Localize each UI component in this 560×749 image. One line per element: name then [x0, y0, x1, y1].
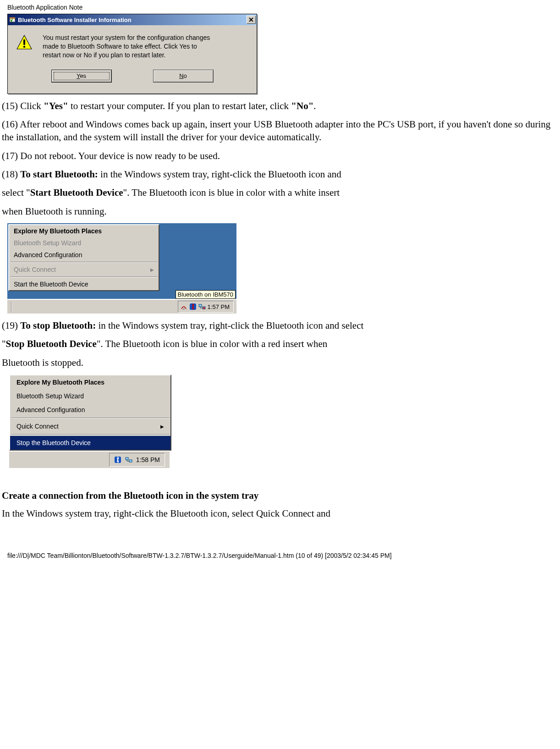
context-menu-figure-2: Explore My Bluetooth Places Bluetooth Se… — [9, 374, 560, 468]
svg-rect-1 — [10, 17, 15, 19]
step-18-line1: (18) To start Bluetooth: in the Windows … — [2, 168, 560, 181]
titlebar-text: Bluetooth Software Installer Information — [18, 17, 247, 23]
dialog-body: You must restart your system for the con… — [8, 25, 257, 67]
submenu-arrow-icon: ▶ — [150, 267, 154, 272]
system-tray: 1:58 PM — [109, 453, 165, 467]
context-menu-figure-1: Explore My Bluetooth Places Bluetooth Se… — [7, 223, 560, 314]
network-icon[interactable] — [198, 303, 206, 310]
warning-icon — [16, 34, 33, 51]
menu-separator — [11, 418, 170, 419]
menu-separator — [11, 434, 170, 435]
tray-clock: 1:57 PM — [208, 303, 230, 310]
menu-stop-device[interactable]: Stop the Bluetooth Device — [10, 436, 170, 450]
step-19-line3: Bluetooth is stopped. — [2, 356, 560, 369]
menu-quick-connect[interactable]: Quick Connect ▶ — [10, 419, 170, 433]
taskbar: 1:58 PM — [9, 451, 170, 468]
irda-icon[interactable] — [180, 303, 187, 310]
step-15: (15) Click "Yes" to restart your compute… — [2, 99, 560, 112]
tray-clock: 1:58 PM — [136, 456, 160, 463]
yes-button[interactable]: Yes — [51, 70, 112, 83]
svg-rect-11 — [129, 460, 132, 462]
menu-setup-wizard: Bluetooth Setup Wizard — [9, 237, 159, 249]
no-button[interactable]: No — [153, 70, 214, 83]
menu-separator — [10, 276, 158, 277]
dialog-figure: Bluetooth Software Installer Information… — [7, 14, 257, 94]
step-19-line1: (19) To stop Bluetooth: in the Windows s… — [2, 319, 560, 332]
menu-setup-wizard[interactable]: Bluetooth Setup Wizard — [10, 389, 170, 403]
page-footer: file:///D|/MDC Team/Billionton/Bluetooth… — [7, 552, 560, 559]
bluetooth-tray-icon[interactable] — [189, 303, 197, 310]
bluetooth-context-menu-2: Explore My Bluetooth Places Bluetooth Se… — [9, 374, 171, 451]
svg-rect-5 — [183, 308, 185, 309]
titlebar: Bluetooth Software Installer Information — [8, 14, 257, 25]
step-17: (17) Do not reboot. Your device is now r… — [2, 149, 560, 162]
svg-rect-10 — [126, 457, 128, 460]
svg-rect-7 — [199, 304, 202, 307]
svg-rect-3 — [23, 39, 25, 45]
dialog-message: You must restart your system for the con… — [43, 33, 217, 60]
menu-explore-places[interactable]: Explore My Bluetooth Places — [9, 225, 159, 237]
menu-explore-places[interactable]: Explore My Bluetooth Places — [10, 375, 170, 389]
network-icon[interactable] — [125, 456, 132, 463]
menu-quick-connect: Quick Connect ▶ — [9, 264, 159, 275]
bluetooth-tray-icon[interactable] — [114, 456, 121, 463]
section-para: In the Windows system tray, right-click … — [2, 507, 560, 520]
bluetooth-context-menu: Explore My Bluetooth Places Bluetooth Se… — [8, 224, 159, 291]
step-18-line2: select "Start Bluetooth Device". The Blu… — [2, 186, 560, 199]
svg-point-4 — [23, 46, 25, 48]
dialog-window: Bluetooth Software Installer Information… — [7, 14, 257, 94]
step-18-line3: when Bluetooth is running. — [2, 205, 560, 218]
menu-advanced-config[interactable]: Advanced Configuration — [9, 249, 159, 261]
menu-start-device[interactable]: Start the Bluetooth Device — [9, 278, 159, 290]
page-header: Bluetooth Application Note — [7, 4, 560, 11]
step-16: (16) After reboot and Windows comes back… — [2, 118, 560, 144]
installer-icon — [9, 16, 16, 23]
system-tray: 1:57 PM — [178, 301, 234, 313]
taskbar: 1:57 PM — [7, 299, 236, 314]
step-19-line2: "Stop Bluetooth Device". The Bluetooth i… — [2, 337, 560, 350]
tray-tooltip: Bluetooth on IBM570 — [176, 290, 236, 299]
close-button[interactable] — [247, 16, 256, 24]
menu-separator — [10, 262, 158, 263]
section-heading: Create a connection from the Bluetooth i… — [2, 490, 560, 501]
dialog-buttons: Yes No — [8, 67, 257, 94]
submenu-arrow-icon: ▶ — [160, 424, 164, 429]
menu-advanced-config[interactable]: Advanced Configuration — [10, 403, 170, 417]
